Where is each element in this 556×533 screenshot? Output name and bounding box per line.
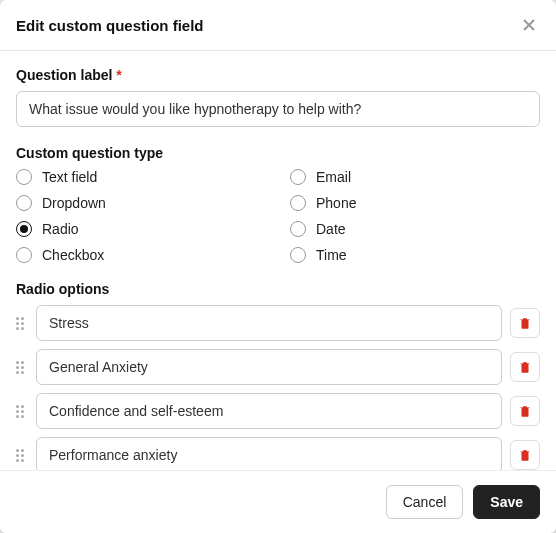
delete-option-button[interactable] [510, 308, 540, 338]
radio-icon [290, 195, 306, 211]
radio-icon [16, 247, 32, 263]
save-button[interactable]: Save [473, 485, 540, 519]
close-button[interactable] [518, 14, 540, 36]
cancel-button[interactable]: Cancel [386, 485, 464, 519]
type-option-label: Email [316, 169, 351, 185]
type-option-label: Phone [316, 195, 356, 211]
trash-icon [518, 404, 532, 418]
trash-icon [518, 360, 532, 374]
type-option-label: Checkbox [42, 247, 104, 263]
radio-option-input[interactable] [36, 437, 502, 470]
modal-footer: Cancel Save [0, 470, 556, 533]
delete-option-button[interactable] [510, 440, 540, 470]
type-option[interactable]: Dropdown [16, 195, 266, 211]
trash-icon [518, 316, 532, 330]
radio-icon [16, 221, 32, 237]
type-option[interactable]: Date [290, 221, 540, 237]
radio-option-input[interactable] [36, 305, 502, 341]
modal: Edit custom question field Question labe… [0, 0, 556, 533]
radio-option-row [16, 305, 540, 341]
trash-icon [518, 448, 532, 462]
modal-title: Edit custom question field [16, 17, 204, 34]
radio-dot-icon [20, 225, 28, 233]
radio-icon [16, 169, 32, 185]
type-option-label: Date [316, 221, 346, 237]
radio-icon [290, 247, 306, 263]
radio-option-row [16, 393, 540, 429]
question-type-group: Custom question type Text fieldEmailDrop… [16, 145, 540, 263]
radio-options-label: Radio options [16, 281, 540, 297]
modal-header: Edit custom question field [0, 0, 556, 51]
type-option-label: Radio [42, 221, 79, 237]
drag-handle-icon[interactable] [16, 361, 28, 374]
question-label-text: Question label [16, 67, 112, 83]
question-type-label: Custom question type [16, 145, 540, 161]
radio-icon [290, 221, 306, 237]
question-label-label: Question label * [16, 67, 540, 83]
close-icon [522, 18, 536, 32]
delete-option-button[interactable] [510, 352, 540, 382]
question-label-group: Question label * [16, 67, 540, 127]
radio-options-group: Radio options + [16, 281, 540, 470]
radio-option-row [16, 349, 540, 385]
drag-handle-icon[interactable] [16, 317, 28, 330]
drag-handle-icon[interactable] [16, 449, 28, 462]
type-option[interactable]: Checkbox [16, 247, 266, 263]
type-option[interactable]: Phone [290, 195, 540, 211]
radio-icon [290, 169, 306, 185]
question-label-input[interactable] [16, 91, 540, 127]
delete-option-button[interactable] [510, 396, 540, 426]
type-option-label: Dropdown [42, 195, 106, 211]
type-option[interactable]: Radio [16, 221, 266, 237]
radio-option-input[interactable] [36, 393, 502, 429]
question-type-grid: Text fieldEmailDropdownPhoneRadioDateChe… [16, 169, 540, 263]
required-mark: * [116, 67, 121, 83]
type-option[interactable]: Text field [16, 169, 266, 185]
modal-body[interactable]: Question label * Custom question type Te… [0, 51, 556, 470]
type-option-label: Text field [42, 169, 97, 185]
drag-handle-icon[interactable] [16, 405, 28, 418]
radio-option-row [16, 437, 540, 470]
type-option[interactable]: Time [290, 247, 540, 263]
radio-options-list: + [16, 305, 540, 470]
type-option[interactable]: Email [290, 169, 540, 185]
type-option-label: Time [316, 247, 347, 263]
radio-icon [16, 195, 32, 211]
radio-option-input[interactable] [36, 349, 502, 385]
